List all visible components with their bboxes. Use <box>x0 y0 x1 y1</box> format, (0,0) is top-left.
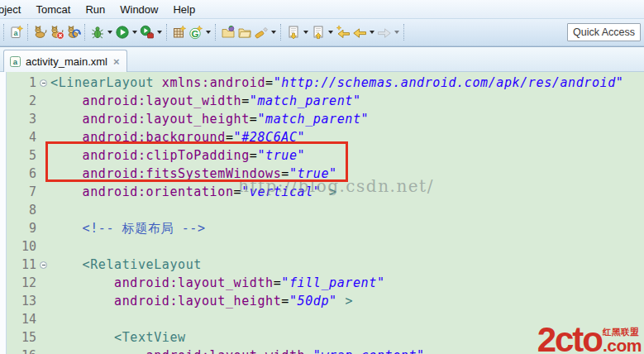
run-external-tools-button[interactable] <box>139 22 164 42</box>
code-lines: 1<LinearLayout xmlns:android="http://sch… <box>0 74 644 354</box>
debug-icon <box>90 25 105 40</box>
logo-text: 2cto <box>537 326 602 354</box>
code-line[interactable]: 3 android:layout_height="match_parent" <box>0 110 644 128</box>
line-number: 8 <box>8 201 36 219</box>
menu-item-oject[interactable]: oject <box>0 2 28 17</box>
code-text: android:layout_width="wrap_content" <box>50 347 425 354</box>
g-launch-button[interactable]: G <box>188 22 212 42</box>
tomcat-start-button[interactable] <box>32 22 49 42</box>
fold-ruler-space <box>36 219 50 237</box>
dropdown-arrow-icon[interactable] <box>155 22 163 42</box>
fold-ruler-space <box>36 310 50 328</box>
line-number: 2 <box>8 92 36 110</box>
code-editor[interactable]: 1<LinearLayout xmlns:android="http://sch… <box>0 72 644 354</box>
forward-icon <box>377 25 392 40</box>
svg-text:G: G <box>192 29 199 39</box>
code-line[interactable]: 8 <box>0 201 644 219</box>
run-external-tools-icon <box>140 25 155 40</box>
highlighter-button[interactable] <box>253 22 278 42</box>
code-text: <LinearLayout xmlns:android="http://sche… <box>50 74 623 92</box>
new-xml-file-button[interactable]: a <box>8 22 25 42</box>
code-line[interactable]: 10 <box>0 237 644 256</box>
fold-ruler-space <box>36 292 50 310</box>
quick-access-box[interactable]: Quick Access <box>567 23 641 41</box>
line-number: 14 <box>8 310 36 328</box>
run-icon <box>115 25 130 40</box>
toolbar-separator <box>166 24 169 41</box>
previous-annotation-icon <box>311 25 326 40</box>
line-number: 7 <box>8 183 36 201</box>
code-line[interactable]: 2 android:layout_width="match_parent" <box>0 92 644 110</box>
g-launch-icon: G <box>188 25 203 40</box>
toolbar-separator <box>27 24 30 41</box>
fold-ruler-space <box>36 274 50 292</box>
line-number: 3 <box>8 110 36 128</box>
toolbar-separator <box>215 24 217 41</box>
previous-annotation-button[interactable] <box>310 22 335 42</box>
last-edit-location-icon <box>336 25 351 40</box>
line-number: 10 <box>8 237 36 256</box>
dropdown-arrow-icon[interactable] <box>131 22 138 42</box>
dropdown-arrow-icon[interactable] <box>393 22 400 42</box>
dropdown-arrow-icon[interactable] <box>327 22 334 42</box>
toolbar: aGQuick Access <box>0 19 644 46</box>
next-annotation-icon <box>286 25 301 40</box>
logo-tld: .com <box>603 338 642 354</box>
menu-item-window[interactable]: Window <box>112 2 165 17</box>
toolbar-separator <box>3 24 6 41</box>
dropdown-arrow-icon[interactable] <box>270 22 277 42</box>
import-resource-button[interactable] <box>220 22 236 42</box>
menu-item-run[interactable]: Run <box>78 2 112 17</box>
next-annotation-button[interactable] <box>285 22 310 42</box>
dropdown-arrow-icon[interactable] <box>204 22 212 42</box>
new-web-project-button[interactable] <box>171 22 188 42</box>
code-text: <TextView <box>50 328 186 347</box>
run-button[interactable] <box>114 22 139 42</box>
line-number: 4 <box>8 128 36 146</box>
tab-label: activity_main.xml <box>26 55 107 68</box>
fold-collapse-icon[interactable] <box>36 256 50 274</box>
tomcat-restart-button[interactable] <box>65 22 82 42</box>
line-number: 13 <box>8 292 36 310</box>
fold-ruler-space <box>36 328 50 347</box>
debug-button[interactable] <box>89 22 114 42</box>
menu-item-help[interactable]: Help <box>165 2 203 17</box>
eclipse-window: ojectTomcatRunWindowHelp aGQuick Access … <box>0 0 644 354</box>
back-icon <box>352 25 367 40</box>
code-text: android:layout_height="match_parent" <box>50 110 369 128</box>
tab-close-icon[interactable]: × <box>112 56 120 67</box>
line-number: 6 <box>8 165 36 183</box>
code-text: android:layout_width="fill_parent" <box>50 274 385 292</box>
code-line[interactable]: 11 <RelativeLayout <box>0 256 644 274</box>
back-button[interactable] <box>351 22 376 42</box>
dropdown-arrow-icon[interactable] <box>106 22 113 42</box>
open-folder-button[interactable] <box>236 22 253 42</box>
new-web-project-icon <box>172 25 187 40</box>
open-folder-icon <box>237 25 252 40</box>
fold-collapse-icon[interactable] <box>36 74 50 92</box>
last-edit-location-button[interactable] <box>335 22 351 42</box>
line-number: 15 <box>8 328 36 347</box>
fold-ruler-space <box>36 110 50 128</box>
code-text: android:layout_height="50dp" > <box>50 292 353 310</box>
forward-button[interactable] <box>376 22 401 42</box>
tab-activity-main-xml[interactable]: a activity_main.xml × <box>3 50 127 73</box>
highlighter-icon <box>254 25 269 40</box>
code-text: <RelativeLayout <box>50 256 202 274</box>
tomcat-stop-icon <box>50 25 64 40</box>
line-number: 5 <box>8 146 36 165</box>
svg-text:a: a <box>13 57 18 66</box>
fold-ruler-space <box>36 183 50 201</box>
code-line[interactable]: 13 android:layout_height="50dp" > <box>0 292 644 310</box>
dropdown-arrow-icon[interactable] <box>302 22 309 42</box>
red-highlight-box <box>45 141 348 182</box>
code-line[interactable]: 12 android:layout_width="fill_parent" <box>0 274 644 292</box>
code-text: android:layout_width="match_parent" <box>50 92 361 110</box>
android-xml-file-icon: a <box>9 55 21 68</box>
toolbar-separator <box>84 24 87 41</box>
code-line[interactable]: 1<LinearLayout xmlns:android="http://sch… <box>0 74 644 92</box>
dropdown-arrow-icon[interactable] <box>368 22 375 42</box>
menu-item-tomcat[interactable]: Tomcat <box>28 2 78 17</box>
tomcat-stop-button[interactable] <box>49 22 65 42</box>
code-line[interactable]: 9 <!-- 标题布局 --> <box>0 219 644 237</box>
